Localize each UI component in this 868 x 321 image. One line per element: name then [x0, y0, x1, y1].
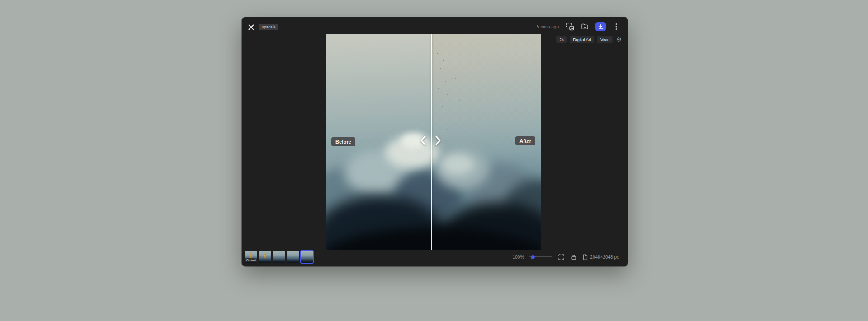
- comparison-divider-handle[interactable]: [431, 34, 432, 250]
- timestamp: 5 mins ago: [537, 24, 559, 29]
- after-label: After: [515, 136, 535, 145]
- download-button[interactable]: [595, 22, 606, 31]
- image-preview-modal: upscale 5 mins ago: [242, 17, 628, 266]
- dimensions-text: 2048×2048 px: [590, 255, 619, 260]
- more-options-button[interactable]: [612, 22, 621, 31]
- chevron-left-icon[interactable]: [420, 135, 426, 147]
- thumbnail-original[interactable]: Original: [245, 251, 257, 263]
- thumbnail-3[interactable]: [273, 251, 285, 263]
- thumbnail-4[interactable]: [287, 251, 299, 263]
- before-label: Before: [331, 137, 355, 146]
- generation-type-badge: upscale: [259, 24, 278, 30]
- reuse-image-icon: [566, 23, 574, 31]
- original-badge: Original: [245, 258, 257, 262]
- add-to-folder-button[interactable]: [580, 22, 590, 31]
- scale-chip: 2k: [556, 36, 567, 43]
- zoom-slider-thumb[interactable]: [531, 255, 535, 259]
- header-actions: 5 mins ago: [537, 22, 621, 32]
- filmstrip: Original: [245, 251, 313, 263]
- thumbnail-5-selected[interactable]: [301, 251, 313, 263]
- fullscreen-icon: [558, 254, 564, 260]
- effect-chip: Vivid: [597, 36, 613, 43]
- settings-gear-icon[interactable]: ⚙: [615, 37, 622, 42]
- chevron-right-icon[interactable]: [435, 135, 441, 147]
- comparison-image: Before After: [326, 34, 541, 250]
- lock-icon: [571, 254, 576, 260]
- style-chip: Digital Art: [570, 36, 594, 43]
- thumbnail-2[interactable]: [259, 251, 271, 263]
- viewer-controls: 100%: [513, 253, 619, 261]
- image-dimensions: 2048×2048 px: [583, 254, 619, 260]
- birds-detail: [437, 53, 438, 54]
- close-button[interactable]: [246, 23, 255, 32]
- upscale-settings-row: 2k Digital Art Vivid ⚙: [556, 36, 622, 43]
- close-icon: [248, 24, 254, 30]
- reuse-image-button[interactable]: [566, 22, 575, 31]
- download-icon: [598, 24, 604, 29]
- fullscreen-button[interactable]: [557, 253, 565, 261]
- add-to-folder-icon: [581, 23, 589, 31]
- zoom-level-label: 100%: [513, 255, 524, 260]
- zoom-slider[interactable]: [529, 255, 552, 259]
- kebab-menu-icon: [615, 23, 617, 30]
- file-dimensions-icon: [583, 254, 588, 260]
- lock-button[interactable]: [570, 253, 577, 261]
